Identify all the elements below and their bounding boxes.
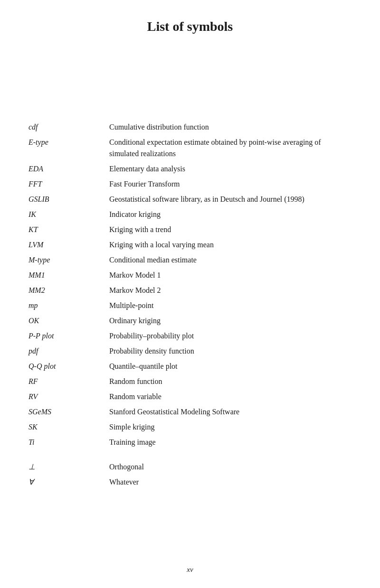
symbol-abbreviation: GSLIB (28, 192, 109, 207)
symbol-abbreviation: FFT (28, 177, 109, 192)
symbol-separator (28, 450, 352, 459)
list-item: GSLIBGeostatistical software library, as… (28, 192, 352, 207)
list-item: pdfProbability density function (28, 344, 352, 359)
symbol-definition: Quantile–quantile plot (109, 359, 352, 374)
symbol-definition: Random variable (109, 389, 352, 404)
symbol-abbreviation: ∀ (28, 475, 109, 490)
symbol-abbreviation: Q-Q plot (28, 359, 109, 374)
list-item: SKSimple kriging (28, 420, 352, 435)
list-item: P-P plotProbability–probability plot (28, 328, 352, 344)
symbol-definition: Random function (109, 374, 352, 389)
symbol-definition: Probability–probability plot (109, 328, 352, 344)
symbol-abbreviation: cdf (28, 120, 109, 135)
list-item: IKIndicator kriging (28, 207, 352, 222)
symbol-abbreviation: E-type (28, 135, 109, 161)
list-item: ⊥Orthogonal (28, 459, 352, 475)
symbol-definition: Cumulative distribution function (109, 120, 352, 135)
symbol-abbreviation: ⊥ (28, 459, 109, 475)
list-item: KTKriging with a trend (28, 222, 352, 237)
symbol-definition: Orthogonal (109, 459, 352, 475)
symbol-definition: Elementary data analysis (109, 161, 352, 177)
symbol-definition: Conditional expectation estimate obtaine… (109, 135, 352, 161)
symbol-abbreviation: MM2 (28, 283, 109, 298)
page-title: List of symbols (28, 19, 352, 34)
symbol-definition: Kriging with a local varying mean (109, 237, 352, 252)
list-item: SGeMSStanford Geostatistical Modeling So… (28, 404, 352, 420)
symbol-definition: Kriging with a trend (109, 222, 352, 237)
list-item: RFRandom function (28, 374, 352, 389)
symbol-abbreviation: SGeMS (28, 404, 109, 420)
symbol-definition: Stanford Geostatistical Modeling Softwar… (109, 404, 352, 420)
symbols-table: cdfCumulative distribution functionE-typ… (28, 120, 352, 490)
symbol-abbreviation: Ti (28, 435, 109, 450)
list-item: Q-Q plotQuantile–quantile plot (28, 359, 352, 374)
symbol-definition: Conditional median estimate (109, 252, 352, 268)
list-item: TiTraining image (28, 435, 352, 450)
symbol-abbreviation: RF (28, 374, 109, 389)
page: List of symbols cdfCumulative distributi… (0, 0, 380, 588)
symbol-abbreviation: IK (28, 207, 109, 222)
symbol-abbreviation: RV (28, 389, 109, 404)
list-item: ∀Whatever (28, 475, 352, 490)
symbol-abbreviation: P-P plot (28, 328, 109, 344)
list-item: RVRandom variable (28, 389, 352, 404)
symbol-definition: Training image (109, 435, 352, 450)
list-item: MM2Markov Model 2 (28, 283, 352, 298)
list-item: E-typeConditional expectation estimate o… (28, 135, 352, 161)
symbol-abbreviation: LVM (28, 237, 109, 252)
symbol-definition: Multiple-point (109, 298, 352, 313)
symbol-definition: Markov Model 1 (109, 268, 352, 283)
symbol-abbreviation: EDA (28, 161, 109, 177)
list-item: M-typeConditional median estimate (28, 252, 352, 268)
symbol-definition: Fast Fourier Transform (109, 177, 352, 192)
symbol-definition: Markov Model 2 (109, 283, 352, 298)
symbol-abbreviation: M-type (28, 252, 109, 268)
list-item: FFTFast Fourier Transform (28, 177, 352, 192)
list-item: OKOrdinary kriging (28, 313, 352, 328)
symbol-abbreviation: SK (28, 420, 109, 435)
list-item: LVMKriging with a local varying mean (28, 237, 352, 252)
symbol-definition: Whatever (109, 475, 352, 490)
top-spacer (28, 34, 352, 120)
symbol-definition: Indicator kriging (109, 207, 352, 222)
symbol-abbreviation: MM1 (28, 268, 109, 283)
symbol-abbreviation: pdf (28, 344, 109, 359)
symbol-definition: Simple kriging (109, 420, 352, 435)
symbol-definition: Geostatistical software library, as in D… (109, 192, 352, 207)
symbol-definition: Ordinary kriging (109, 313, 352, 328)
symbol-abbreviation: KT (28, 222, 109, 237)
symbol-abbreviation: mp (28, 298, 109, 313)
list-item: cdfCumulative distribution function (28, 120, 352, 135)
list-item: mpMultiple-point (28, 298, 352, 313)
list-item: EDAElementary data analysis (28, 161, 352, 177)
page-number: xv (0, 566, 380, 574)
list-item: MM1Markov Model 1 (28, 268, 352, 283)
symbol-abbreviation: OK (28, 313, 109, 328)
symbol-definition: Probability density function (109, 344, 352, 359)
